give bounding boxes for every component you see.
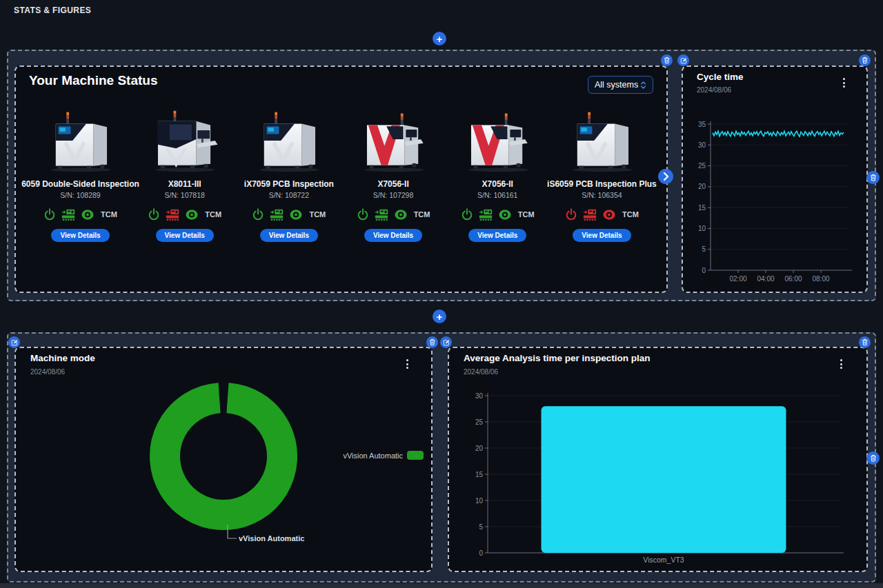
avg-analysis-menu-button[interactable] xyxy=(837,357,846,371)
avg-analysis-widget: Average Analysis time per inspection pla… xyxy=(448,347,868,572)
smt-line-status-icon xyxy=(269,208,284,221)
page-title: STATS & FIGURES xyxy=(14,6,91,15)
chevron-right-icon xyxy=(658,169,673,184)
trash-icon xyxy=(862,57,869,64)
kebab-icon xyxy=(843,78,845,80)
plus-icon: + xyxy=(437,34,443,44)
machine-image xyxy=(240,105,337,176)
machine-card: X7056-II S/N: 106161 xyxy=(449,105,546,242)
machine-status-icons: TCM xyxy=(461,207,535,222)
cycle-time-widget: Cycle time 2024/08/06 0510152025303502:0… xyxy=(682,65,868,293)
pencil-icon xyxy=(11,339,18,346)
tcm-label: TCM xyxy=(205,210,221,219)
machine-mode-legend-item[interactable]: vVision Automatic xyxy=(343,451,424,460)
power-status-icon xyxy=(43,208,56,221)
delete-row-2-button[interactable] xyxy=(866,452,880,465)
svg-text:06:00: 06:00 xyxy=(784,275,802,283)
trash-icon xyxy=(870,454,877,462)
edit-cycle-time-button[interactable] xyxy=(677,54,689,66)
machine-status-icons: TCM xyxy=(565,207,639,222)
trash-icon xyxy=(862,338,869,346)
machine-card: iX7059 PCB Inspection S/N: 108722 xyxy=(240,105,337,242)
inspection-status-icon xyxy=(289,209,303,221)
machine-name: iX7059 PCB Inspection xyxy=(240,179,337,189)
svg-text:15: 15 xyxy=(698,204,706,212)
machine-image xyxy=(553,105,651,176)
delete-machine-mode-button[interactable] xyxy=(426,336,438,348)
pencil-icon xyxy=(443,339,450,346)
svg-text:35: 35 xyxy=(698,121,706,128)
smt-line-status-icon xyxy=(165,208,180,221)
delete-row-1-button[interactable] xyxy=(866,171,880,184)
dashboard: STATS & FIGURES + + Your Machine Status … xyxy=(0,0,883,588)
next-machines-button[interactable] xyxy=(658,169,673,184)
machine-serial: S/N: 108722 xyxy=(269,191,309,199)
machine-image xyxy=(345,105,442,176)
svg-text:02:00: 02:00 xyxy=(729,275,746,283)
machine-card: X7056-II S/N: 107298 xyxy=(345,105,442,242)
machine-status-icons: TCM xyxy=(148,207,221,222)
trash-icon xyxy=(870,174,877,181)
legend-label: vVision Automatic xyxy=(343,452,403,460)
view-details-button[interactable]: View Details xyxy=(51,229,109,242)
inspection-status-icon xyxy=(81,209,95,221)
view-details-button[interactable]: View Details xyxy=(364,229,422,242)
view-details-button[interactable]: View Details xyxy=(573,229,631,242)
page-bottom-strip xyxy=(0,583,883,588)
add-widget-top-button[interactable]: + xyxy=(433,32,446,45)
view-details-button[interactable]: View Details xyxy=(260,229,318,242)
cycle-time-date: 2024/08/06 xyxy=(697,86,731,94)
avg-analysis-date: 2024/08/06 xyxy=(464,368,498,376)
plus-icon: + xyxy=(437,312,443,322)
add-widget-middle-button[interactable]: + xyxy=(433,310,446,323)
smt-line-status-icon xyxy=(61,208,76,221)
edit-machine-mode-button[interactable] xyxy=(8,336,20,348)
svg-text:5: 5 xyxy=(479,523,483,531)
avg-analysis-chart: 051015202530Viscom_VT3 xyxy=(462,388,855,569)
machine-serial: S/N: 108289 xyxy=(60,191,100,199)
machine-status-title: Your Machine Status xyxy=(29,73,158,88)
edit-avg-analysis-button[interactable] xyxy=(440,336,452,348)
svg-text:25: 25 xyxy=(698,162,706,170)
inspection-status-icon xyxy=(185,209,199,221)
cycle-time-menu-button[interactable] xyxy=(840,76,849,90)
svg-text:20: 20 xyxy=(698,183,706,190)
inspection-status-icon xyxy=(498,209,512,221)
machine-image xyxy=(136,105,233,176)
tcm-label: TCM xyxy=(309,210,326,219)
tcm-label: TCM xyxy=(518,210,535,219)
machine-status-icons: TCM xyxy=(357,207,430,222)
delete-cycle-time-button[interactable] xyxy=(859,54,871,66)
legend-swatch xyxy=(407,451,424,460)
machine-image xyxy=(449,105,546,176)
svg-text:04:00: 04:00 xyxy=(757,275,774,283)
svg-text:10: 10 xyxy=(698,225,706,232)
view-details-button[interactable]: View Details xyxy=(468,229,526,242)
trash-icon xyxy=(429,338,436,346)
machine-serial: S/N: 106354 xyxy=(582,191,622,199)
svg-text:08:00: 08:00 xyxy=(812,275,829,283)
pencil-icon xyxy=(680,57,687,64)
machine-card: iS6059 PCB Inspection Plus S/N: 106354 xyxy=(553,105,651,242)
tcm-label: TCM xyxy=(101,210,117,219)
smt-line-status-icon xyxy=(582,208,597,221)
machine-status-icons: TCM xyxy=(252,207,326,222)
view-details-button[interactable]: View Details xyxy=(156,229,214,242)
machine-name: X7056-II xyxy=(345,179,442,189)
machine-name: 6059 Double-Sided Inspection xyxy=(32,179,129,189)
machine-card: 6059 Double-Sided Inspection S/N: 108289 xyxy=(32,105,129,242)
machine-card: X8011-III S/N: 107818 xyxy=(136,105,233,242)
delete-avg-analysis-button[interactable] xyxy=(859,336,871,348)
inspection-status-icon xyxy=(602,209,616,221)
machine-serial: S/N: 106161 xyxy=(477,191,517,199)
tcm-label: TCM xyxy=(622,210,639,219)
smt-line-status-icon xyxy=(374,208,389,221)
avg-analysis-title: Average Analysis time per inspection pla… xyxy=(464,353,651,363)
machine-name: X8011-III xyxy=(136,179,233,189)
systems-filter-dropdown[interactable]: All systems xyxy=(588,76,653,94)
chevron-up-down-icon xyxy=(640,80,646,90)
delete-machine-status-button[interactable] xyxy=(661,54,673,66)
power-status-icon xyxy=(252,208,264,221)
smt-line-status-icon xyxy=(478,208,493,221)
power-status-icon xyxy=(357,208,369,221)
